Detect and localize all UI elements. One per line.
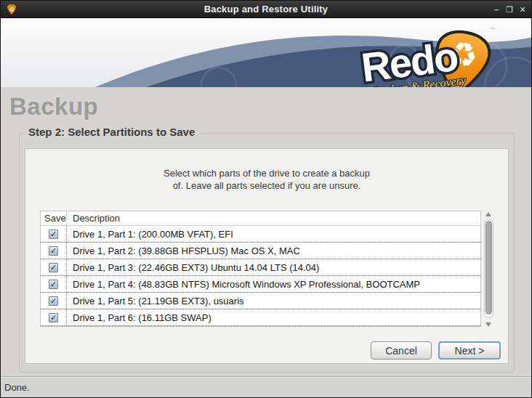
scroll-up-icon[interactable] bbox=[485, 212, 491, 216]
cancel-button[interactable]: Cancel bbox=[371, 341, 432, 360]
table-scrollbar[interactable] bbox=[483, 211, 494, 327]
column-header-save[interactable]: Save bbox=[41, 213, 66, 224]
table-row[interactable]: ✓ Drive 1, Part 5: (21.19GB EXT3), usuar… bbox=[41, 293, 480, 309]
instructions-line1: Select which parts of the drive to creat… bbox=[25, 167, 508, 179]
scrollbar-thumb[interactable] bbox=[485, 221, 492, 314]
scroll-down-icon[interactable] bbox=[485, 322, 491, 327]
table-row[interactable]: ✓ Drive 1, Part 6: (16.11GB SWAP) bbox=[41, 309, 480, 326]
step-heading: Step 2: Select Partitions to Save bbox=[24, 126, 199, 138]
status-text: Done. bbox=[4, 382, 30, 393]
app-icon: ♻ bbox=[6, 4, 17, 15]
page-title: Backup bbox=[9, 93, 98, 121]
row-description: Drive 1, Part 6: (16.11GB SWAP) bbox=[66, 309, 480, 325]
row-checkbox[interactable]: ✓ bbox=[49, 313, 58, 322]
row-checkbox[interactable]: ✓ bbox=[49, 296, 58, 306]
row-description: Drive 1, Part 4: (48.83GB NTFS) Microsof… bbox=[66, 276, 480, 292]
row-description: Drive 1, Part 2: (39.88GB HFSPLUS) Mac O… bbox=[66, 243, 480, 259]
logo-trademark: ™ bbox=[489, 26, 495, 33]
row-description: Drive 1, Part 1: (200.00MB VFAT), EFI bbox=[66, 226, 480, 242]
minimize-icon[interactable]: – bbox=[492, 1, 501, 18]
row-checkbox[interactable]: ✓ bbox=[49, 263, 58, 272]
status-bar: Done. bbox=[1, 376, 531, 397]
column-header-description[interactable]: Description bbox=[66, 211, 480, 225]
table-row[interactable]: ✓ Drive 1, Part 3: (22.46GB EXT3) Ubuntu… bbox=[41, 259, 480, 276]
next-button[interactable]: Next > bbox=[438, 341, 501, 360]
partition-table: Save Description ✓ Drive 1, Part 1: (200… bbox=[40, 211, 481, 327]
svg-text:♻: ♻ bbox=[9, 7, 14, 13]
app-window: ♻ Backup and Restore Utility – ❐ ✕ bbox=[0, 0, 532, 398]
row-checkbox[interactable]: ✓ bbox=[49, 280, 58, 289]
row-description: Drive 1, Part 3: (22.46GB EXT3) Ubuntu 1… bbox=[66, 259, 480, 275]
table-row[interactable]: ✓ Drive 1, Part 4: (48.83GB NTFS) Micros… bbox=[41, 276, 480, 293]
table-row[interactable]: ✓ Drive 1, Part 1: (200.00MB VFAT), EFI bbox=[41, 226, 480, 243]
instructions-line2: of. Leave all parts selected if you are … bbox=[25, 179, 508, 192]
maximize-icon[interactable]: ❐ bbox=[505, 1, 514, 18]
row-checkbox[interactable]: ✓ bbox=[49, 246, 58, 256]
table-row[interactable]: ✓ Drive 1, Part 2: (39.88GB HFSPLUS) Mac… bbox=[41, 243, 480, 259]
instructions: Select which parts of the drive to creat… bbox=[25, 167, 508, 192]
close-icon[interactable]: ✕ bbox=[518, 1, 527, 18]
row-checkbox[interactable]: ✓ bbox=[49, 230, 58, 239]
content-panel: Select which parts of the drive to creat… bbox=[25, 148, 509, 364]
row-description: Drive 1, Part 5: (21.19GB EXT3), usuaris bbox=[66, 293, 480, 309]
window-title: Backup and Restore Utility bbox=[1, 4, 531, 15]
header-banner: ♻ ™ Redo Backup & Recovery bbox=[1, 18, 532, 87]
table-header: Save Description bbox=[41, 211, 480, 226]
scrollbar-track[interactable] bbox=[484, 219, 493, 318]
titlebar: ♻ Backup and Restore Utility – ❐ ✕ bbox=[1, 1, 531, 18]
